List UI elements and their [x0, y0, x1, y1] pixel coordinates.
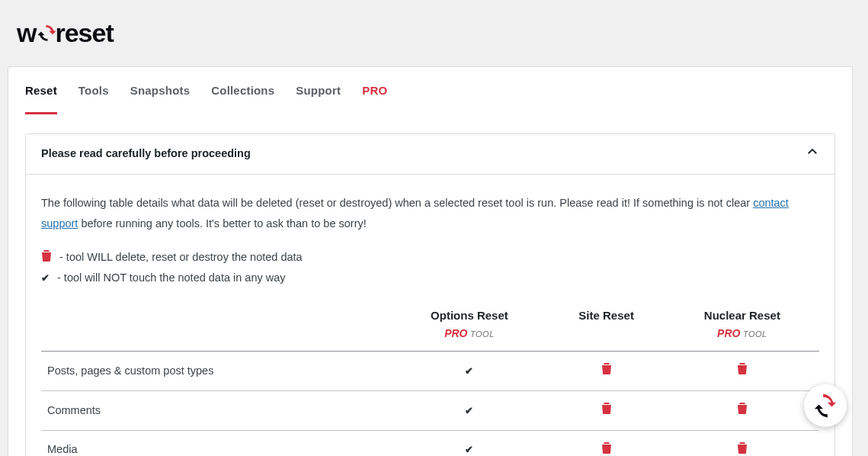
intro-text: The following table details what data wi…	[41, 193, 819, 234]
table-row: Posts, pages & custom post types	[41, 352, 819, 391]
main-card: ResetToolsSnapshotsCollectionsSupportPRO…	[8, 66, 853, 456]
trash-icon	[601, 362, 612, 380]
tab-collections[interactable]: Collections	[211, 82, 274, 114]
row-label: Posts, pages & custom post types	[41, 352, 391, 391]
cell	[391, 430, 547, 456]
tab-support[interactable]: Support	[296, 82, 341, 114]
check-icon	[41, 270, 50, 287]
intro-after: before running any tools. It's better to…	[78, 217, 366, 230]
tab-pro[interactable]: PRO	[362, 82, 387, 114]
cell	[665, 430, 819, 456]
brand-part2: reset	[55, 14, 113, 53]
cell	[391, 391, 547, 431]
check-icon	[465, 443, 473, 455]
cell	[547, 352, 665, 391]
col-0	[41, 300, 391, 352]
brand-part1: w	[17, 14, 36, 53]
cell	[665, 391, 819, 431]
legend-keep: - tool will NOT touch the noted data in …	[41, 270, 819, 287]
refresh-icon	[38, 24, 56, 43]
tab-tools[interactable]: Tools	[78, 82, 109, 114]
reset-table: Options ResetPRO TOOLSite ResetNuclear R…	[41, 300, 819, 456]
col-2: Site Reset	[547, 300, 665, 352]
cell	[547, 430, 665, 456]
refresh-icon	[812, 393, 838, 419]
panel-title: Please read carefully before proceeding	[41, 146, 251, 162]
tab-reset[interactable]: Reset	[25, 82, 57, 114]
tab-bar: ResetToolsSnapshotsCollectionsSupportPRO	[8, 67, 852, 115]
row-label: Media	[41, 430, 391, 456]
trash-icon	[737, 362, 748, 380]
logo-area: w reset	[8, 8, 853, 66]
intro-before: The following table details what data wi…	[41, 197, 753, 209]
panel-toggle[interactable]: Please read carefully before proceeding	[26, 134, 834, 175]
panel-body: The following table details what data wi…	[26, 175, 834, 456]
table-row: Comments	[41, 391, 819, 431]
check-icon	[465, 404, 473, 416]
cell	[547, 391, 665, 431]
legend: - tool WILL delete, reset or destroy the…	[41, 249, 819, 287]
trash-icon	[601, 402, 612, 419]
table-row: Media	[41, 430, 819, 456]
brand-logo: w reset	[17, 14, 114, 53]
trash-icon	[41, 249, 52, 267]
cell	[665, 352, 819, 391]
legend-keep-text: - tool will NOT touch the noted data in …	[57, 270, 286, 287]
col-1: Options ResetPRO TOOL	[391, 300, 547, 352]
warning-panel: Please read carefully before proceeding …	[25, 133, 835, 457]
trash-icon	[737, 442, 748, 456]
trash-icon	[737, 402, 748, 419]
row-label: Comments	[41, 391, 391, 431]
legend-delete-text: - tool WILL delete, reset or destroy the…	[59, 249, 303, 266]
refresh-fab[interactable]	[804, 384, 847, 427]
col-3: Nuclear ResetPRO TOOL	[665, 300, 819, 352]
trash-icon	[601, 442, 612, 456]
chevron-up-icon	[806, 145, 819, 164]
cell	[391, 352, 547, 391]
check-icon	[465, 364, 473, 377]
tab-snapshots[interactable]: Snapshots	[130, 82, 190, 114]
legend-delete: - tool WILL delete, reset or destroy the…	[41, 249, 819, 267]
